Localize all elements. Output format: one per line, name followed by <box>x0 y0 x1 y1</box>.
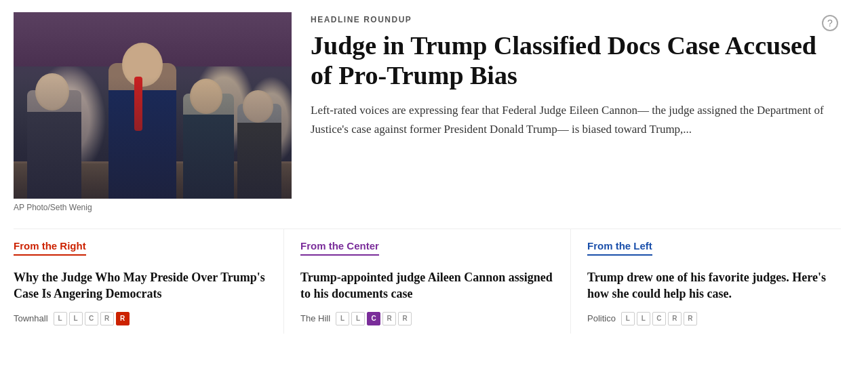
help-icon[interactable]: ? <box>822 15 838 31</box>
rating-box-left-3[interactable]: R <box>668 312 682 325</box>
main-image <box>14 12 292 199</box>
column-header-left: From the Left <box>587 240 841 261</box>
rating-box-left-4[interactable]: R <box>684 312 697 325</box>
column-header-label-center: From the Center <box>300 240 379 256</box>
rating-box-left-1[interactable]: L <box>637 312 650 325</box>
rating-box-left-2[interactable]: C <box>652 312 666 325</box>
ratings-left: LLCRR <box>621 312 697 325</box>
rating-box-right-2[interactable]: C <box>85 312 98 325</box>
column-title-right[interactable]: Why the Judge Who May Preside Over Trump… <box>14 269 267 302</box>
top-section: AP Photo/Seth Wenig HEADLINE ROUNDUP Jud… <box>14 12 841 212</box>
figure-far-right <box>237 104 281 199</box>
figure-trump <box>108 63 176 199</box>
column-center: From the CenterTrump-appointed judge Ail… <box>284 229 571 334</box>
rating-box-right-3[interactable]: R <box>100 312 114 325</box>
page-container: ? AP Photo/Seth Wenig HEADLINE ROUNDUP J… <box>0 0 854 346</box>
source-row-center: The HillLLCRR <box>300 312 554 325</box>
rating-box-center-2[interactable]: C <box>367 312 380 325</box>
image-block: AP Photo/Seth Wenig <box>14 12 292 212</box>
source-row-right: TownhallLLCRR <box>14 312 267 325</box>
rating-box-right-0[interactable]: L <box>54 312 67 325</box>
rating-box-center-0[interactable]: L <box>336 312 349 325</box>
main-description: Left-rated voices are expressing fear th… <box>311 101 841 138</box>
headline-block: HEADLINE ROUNDUP Judge in Trump Classifi… <box>311 12 841 212</box>
column-left: From the LeftTrump drew one of his favor… <box>571 229 841 334</box>
column-header-label-right: From the Right <box>14 240 86 256</box>
column-header-right: From the Right <box>14 240 267 261</box>
source-row-left: PoliticoLLCRR <box>587 312 841 325</box>
bottom-section: From the RightWhy the Judge Who May Pres… <box>14 229 841 334</box>
column-header-label-left: From the Left <box>587 240 652 256</box>
figure-right <box>183 94 234 199</box>
image-caption: AP Photo/Seth Wenig <box>14 203 292 212</box>
column-title-center[interactable]: Trump-appointed judge Aileen Cannon assi… <box>300 269 554 302</box>
figure-left <box>27 90 81 199</box>
main-headline: Judge in Trump Classified Docs Case Accu… <box>311 31 841 90</box>
rating-box-right-1[interactable]: L <box>69 312 83 325</box>
rating-box-center-1[interactable]: L <box>351 312 365 325</box>
source-name-center: The Hill <box>300 313 330 323</box>
rating-box-center-3[interactable]: R <box>382 312 396 325</box>
rating-box-center-4[interactable]: R <box>398 312 412 325</box>
ratings-right: LLCRR <box>54 312 130 325</box>
rating-box-right-4[interactable]: R <box>116 312 130 325</box>
column-right: From the RightWhy the Judge Who May Pres… <box>14 229 284 334</box>
column-header-center: From the Center <box>300 240 554 261</box>
source-name-right: Townhall <box>14 313 48 323</box>
section-label: HEADLINE ROUNDUP <box>311 15 841 24</box>
column-title-left[interactable]: Trump drew one of his favorite judges. H… <box>587 269 841 302</box>
ratings-center: LLCRR <box>336 312 412 325</box>
rating-box-left-0[interactable]: L <box>621 312 635 325</box>
source-name-left: Politico <box>587 313 616 323</box>
